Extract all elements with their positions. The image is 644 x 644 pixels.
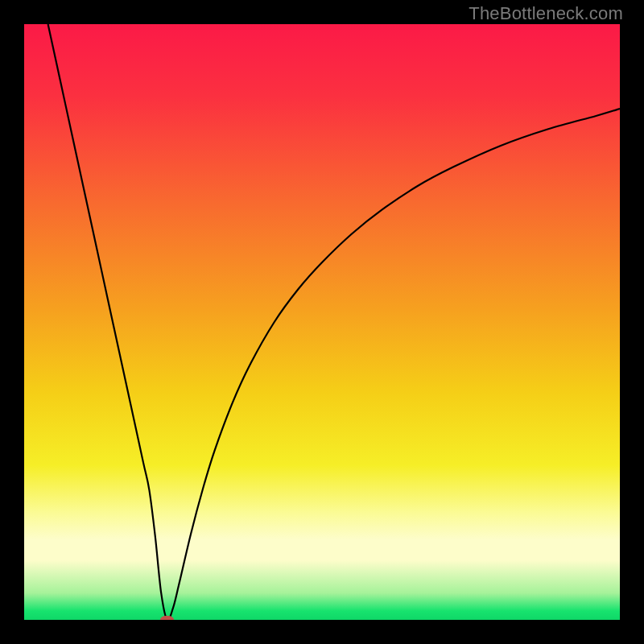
bottleneck-curve [48,24,620,620]
chart-frame: TheBottleneck.com [0,0,644,644]
source-watermark: TheBottleneck.com [469,3,623,24]
plot-area [24,24,620,620]
optimal-point-marker [160,616,175,620]
curve-layer [24,24,620,620]
